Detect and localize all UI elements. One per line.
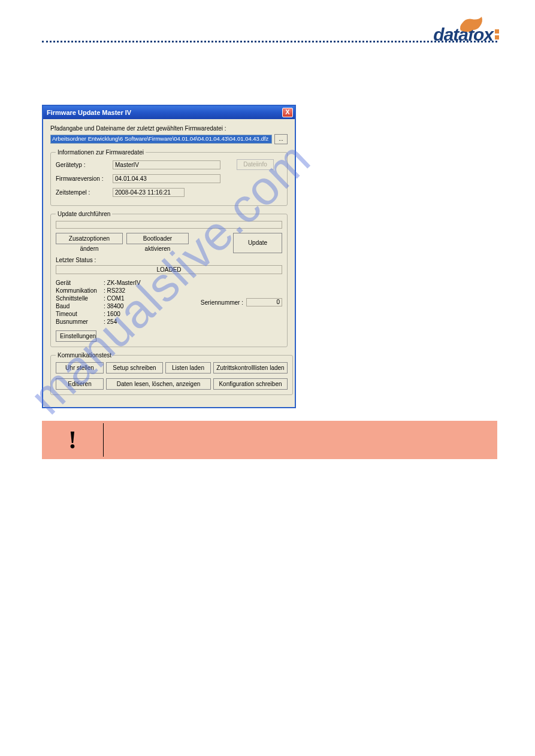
device-value: : ZK-MasterIV: [104, 280, 141, 286]
fox-icon: [458, 16, 485, 34]
load-access-lists-button[interactable]: Zutrittskontrolllisten laden: [213, 362, 288, 374]
update-group: Update durchführen Zusatzoptionen ändern…: [50, 211, 288, 347]
busnumber-label: Busnummer: [56, 318, 104, 326]
firmware-version-value: 04.01.04.43: [113, 174, 220, 183]
firmware-version-label: Firmwareversion :: [56, 175, 113, 182]
browse-button[interactable]: ...: [274, 134, 288, 144]
last-status-label: Letzter Status :: [56, 257, 282, 263]
edit-button[interactable]: Editieren: [56, 378, 104, 390]
interface-label: Schnittstelle: [56, 294, 104, 302]
data-read-delete-show-button[interactable]: Daten lesen, löschen, anzeigen: [106, 378, 211, 390]
device-label: Gerät: [56, 279, 104, 287]
communication-label: Kommunikation: [56, 287, 104, 294]
busnumber-value: : 254: [104, 318, 117, 325]
progress-bar: [56, 221, 282, 229]
dialog-body: Pfadangabe und Dateiname der zuletzt gew…: [43, 119, 295, 407]
settings-button[interactable]: Einstellungen: [56, 330, 96, 342]
caution-box: !: [42, 421, 497, 459]
baud-value: : 38400: [104, 303, 123, 309]
dialog-title: Firmware Update Master IV: [47, 109, 131, 116]
firmware-info-group: Informationen zur Firmwaredatei Dateiinf…: [50, 149, 288, 206]
titlebar[interactable]: Firmware Update Master IV X: [43, 106, 295, 119]
set-clock-button[interactable]: Uhr stellen: [56, 362, 104, 374]
firmware-info-legend: Informationen zur Firmwaredatei: [56, 149, 146, 156]
path-input[interactable]: Arbeitsordner Entwicklung\6 Software\Fir…: [50, 135, 272, 144]
write-config-button[interactable]: Konfiguration schreiben: [213, 378, 288, 390]
serial-value: 0: [246, 298, 282, 306]
close-button[interactable]: X: [282, 108, 293, 117]
logo: datafox: [400, 18, 499, 51]
communication-value: : RS232: [104, 287, 125, 294]
logo-colon-icon: [495, 28, 499, 41]
path-label: Pfadangabe und Dateiname der zuletzt gew…: [50, 125, 288, 132]
interface-value: : COM1: [104, 295, 124, 302]
device-info-table: Gerät: ZK-MasterIV Kommunikation: RS232 …: [56, 279, 141, 326]
write-setup-button[interactable]: Setup schreiben: [106, 362, 163, 374]
timeout-value: : 1600: [104, 311, 120, 317]
status-value: LOADED: [56, 265, 282, 274]
timeout-label: Timeout: [56, 310, 104, 318]
timestamp-value: 2008-04-23 11:16:21: [113, 188, 185, 197]
device-type-label: Gerätetyp :: [56, 162, 113, 168]
communication-test-group: Kommunikationstest Uhr stellen Setup sch…: [50, 352, 293, 395]
baud-label: Baud: [56, 302, 104, 310]
fileinfo-button[interactable]: Dateiinfo: [237, 159, 274, 170]
bootloader-activate-button[interactable]: Bootloader aktivieren: [126, 233, 189, 244]
firmware-update-dialog: Firmware Update Master IV X Pfadangabe u…: [42, 105, 296, 408]
additional-options-button[interactable]: Zusatzoptionen ändern: [56, 233, 123, 244]
close-icon: X: [285, 108, 289, 116]
caution-icon: !: [42, 421, 103, 459]
update-legend: Update durchführen: [56, 211, 112, 217]
caution-divider: [103, 423, 104, 457]
serial-label: Seriennummer :: [201, 299, 243, 306]
device-type-value: MasterIV: [113, 160, 220, 169]
timestamp-label: Zeitstempel :: [56, 189, 113, 196]
update-button[interactable]: Update: [233, 233, 282, 253]
communication-test-legend: Kommunikationstest: [56, 352, 113, 359]
load-lists-button[interactable]: Listen laden: [165, 362, 211, 374]
